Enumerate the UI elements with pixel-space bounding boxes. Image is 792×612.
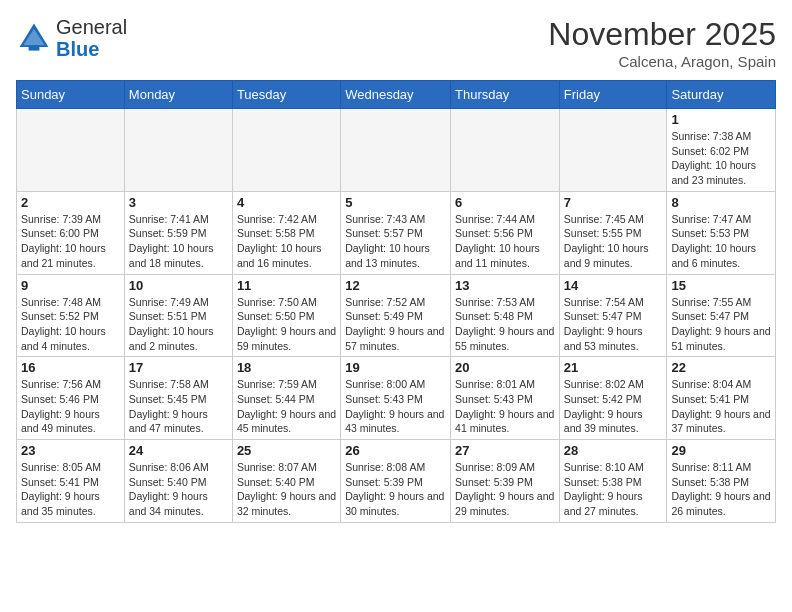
weekday-header-sunday: Sunday xyxy=(17,81,125,109)
day-number: 26 xyxy=(345,443,446,458)
location: Calcena, Aragon, Spain xyxy=(548,53,776,70)
weekday-header-monday: Monday xyxy=(124,81,232,109)
calendar-cell xyxy=(451,109,560,192)
day-info: Sunrise: 7:54 AM Sunset: 5:47 PM Dayligh… xyxy=(564,295,663,354)
day-info: Sunrise: 8:08 AM Sunset: 5:39 PM Dayligh… xyxy=(345,460,446,519)
calendar-cell: 2Sunrise: 7:39 AM Sunset: 6:00 PM Daylig… xyxy=(17,191,125,274)
day-number: 6 xyxy=(455,195,555,210)
calendar-cell: 8Sunrise: 7:47 AM Sunset: 5:53 PM Daylig… xyxy=(667,191,776,274)
day-number: 18 xyxy=(237,360,336,375)
calendar-cell: 21Sunrise: 8:02 AM Sunset: 5:42 PM Dayli… xyxy=(559,357,667,440)
day-number: 29 xyxy=(671,443,771,458)
day-info: Sunrise: 8:11 AM Sunset: 5:38 PM Dayligh… xyxy=(671,460,771,519)
day-info: Sunrise: 7:45 AM Sunset: 5:55 PM Dayligh… xyxy=(564,212,663,271)
day-number: 10 xyxy=(129,278,228,293)
day-number: 2 xyxy=(21,195,120,210)
weekday-header-saturday: Saturday xyxy=(667,81,776,109)
calendar-cell: 9Sunrise: 7:48 AM Sunset: 5:52 PM Daylig… xyxy=(17,274,125,357)
calendar-cell xyxy=(17,109,125,192)
calendar-cell: 18Sunrise: 7:59 AM Sunset: 5:44 PM Dayli… xyxy=(232,357,340,440)
calendar-cell xyxy=(559,109,667,192)
day-number: 15 xyxy=(671,278,771,293)
day-info: Sunrise: 7:58 AM Sunset: 5:45 PM Dayligh… xyxy=(129,377,228,436)
day-number: 17 xyxy=(129,360,228,375)
day-number: 24 xyxy=(129,443,228,458)
calendar-cell: 19Sunrise: 8:00 AM Sunset: 5:43 PM Dayli… xyxy=(341,357,451,440)
day-info: Sunrise: 8:04 AM Sunset: 5:41 PM Dayligh… xyxy=(671,377,771,436)
calendar-cell: 25Sunrise: 8:07 AM Sunset: 5:40 PM Dayli… xyxy=(232,440,340,523)
calendar-cell xyxy=(124,109,232,192)
day-number: 27 xyxy=(455,443,555,458)
page-header: GeneralBlue November 2025 Calcena, Arago… xyxy=(16,16,776,70)
calendar-cell: 3Sunrise: 7:41 AM Sunset: 5:59 PM Daylig… xyxy=(124,191,232,274)
weekday-header-friday: Friday xyxy=(559,81,667,109)
week-row-3: 16Sunrise: 7:56 AM Sunset: 5:46 PM Dayli… xyxy=(17,357,776,440)
weekday-header-row: SundayMondayTuesdayWednesdayThursdayFrid… xyxy=(17,81,776,109)
day-number: 28 xyxy=(564,443,663,458)
day-info: Sunrise: 8:01 AM Sunset: 5:43 PM Dayligh… xyxy=(455,377,555,436)
day-info: Sunrise: 7:43 AM Sunset: 5:57 PM Dayligh… xyxy=(345,212,446,271)
day-info: Sunrise: 7:39 AM Sunset: 6:00 PM Dayligh… xyxy=(21,212,120,271)
day-info: Sunrise: 8:02 AM Sunset: 5:42 PM Dayligh… xyxy=(564,377,663,436)
week-row-1: 2Sunrise: 7:39 AM Sunset: 6:00 PM Daylig… xyxy=(17,191,776,274)
calendar-cell xyxy=(232,109,340,192)
week-row-0: 1Sunrise: 7:38 AM Sunset: 6:02 PM Daylig… xyxy=(17,109,776,192)
calendar-cell: 22Sunrise: 8:04 AM Sunset: 5:41 PM Dayli… xyxy=(667,357,776,440)
calendar-cell: 26Sunrise: 8:08 AM Sunset: 5:39 PM Dayli… xyxy=(341,440,451,523)
day-info: Sunrise: 8:00 AM Sunset: 5:43 PM Dayligh… xyxy=(345,377,446,436)
day-info: Sunrise: 8:06 AM Sunset: 5:40 PM Dayligh… xyxy=(129,460,228,519)
day-number: 3 xyxy=(129,195,228,210)
calendar-cell: 13Sunrise: 7:53 AM Sunset: 5:48 PM Dayli… xyxy=(451,274,560,357)
calendar-cell: 6Sunrise: 7:44 AM Sunset: 5:56 PM Daylig… xyxy=(451,191,560,274)
calendar-cell: 20Sunrise: 8:01 AM Sunset: 5:43 PM Dayli… xyxy=(451,357,560,440)
day-info: Sunrise: 7:59 AM Sunset: 5:44 PM Dayligh… xyxy=(237,377,336,436)
week-row-2: 9Sunrise: 7:48 AM Sunset: 5:52 PM Daylig… xyxy=(17,274,776,357)
month-title: November 2025 xyxy=(548,16,776,53)
calendar-cell xyxy=(341,109,451,192)
calendar-cell: 5Sunrise: 7:43 AM Sunset: 5:57 PM Daylig… xyxy=(341,191,451,274)
calendar-cell: 1Sunrise: 7:38 AM Sunset: 6:02 PM Daylig… xyxy=(667,109,776,192)
day-number: 11 xyxy=(237,278,336,293)
day-info: Sunrise: 8:05 AM Sunset: 5:41 PM Dayligh… xyxy=(21,460,120,519)
logo-text: GeneralBlue xyxy=(56,16,127,60)
day-number: 25 xyxy=(237,443,336,458)
day-number: 5 xyxy=(345,195,446,210)
day-info: Sunrise: 8:07 AM Sunset: 5:40 PM Dayligh… xyxy=(237,460,336,519)
day-number: 21 xyxy=(564,360,663,375)
calendar-cell: 12Sunrise: 7:52 AM Sunset: 5:49 PM Dayli… xyxy=(341,274,451,357)
calendar-cell: 16Sunrise: 7:56 AM Sunset: 5:46 PM Dayli… xyxy=(17,357,125,440)
logo: GeneralBlue xyxy=(16,16,127,60)
day-number: 20 xyxy=(455,360,555,375)
day-info: Sunrise: 7:41 AM Sunset: 5:59 PM Dayligh… xyxy=(129,212,228,271)
calendar-cell: 7Sunrise: 7:45 AM Sunset: 5:55 PM Daylig… xyxy=(559,191,667,274)
day-info: Sunrise: 7:48 AM Sunset: 5:52 PM Dayligh… xyxy=(21,295,120,354)
calendar: SundayMondayTuesdayWednesdayThursdayFrid… xyxy=(16,80,776,523)
calendar-cell: 29Sunrise: 8:11 AM Sunset: 5:38 PM Dayli… xyxy=(667,440,776,523)
day-info: Sunrise: 7:42 AM Sunset: 5:58 PM Dayligh… xyxy=(237,212,336,271)
calendar-cell: 28Sunrise: 8:10 AM Sunset: 5:38 PM Dayli… xyxy=(559,440,667,523)
day-info: Sunrise: 7:53 AM Sunset: 5:48 PM Dayligh… xyxy=(455,295,555,354)
day-number: 19 xyxy=(345,360,446,375)
day-info: Sunrise: 7:38 AM Sunset: 6:02 PM Dayligh… xyxy=(671,129,771,188)
logo-icon xyxy=(16,20,52,56)
calendar-cell: 15Sunrise: 7:55 AM Sunset: 5:47 PM Dayli… xyxy=(667,274,776,357)
title-block: November 2025 Calcena, Aragon, Spain xyxy=(548,16,776,70)
day-number: 8 xyxy=(671,195,771,210)
day-info: Sunrise: 7:52 AM Sunset: 5:49 PM Dayligh… xyxy=(345,295,446,354)
weekday-header-tuesday: Tuesday xyxy=(232,81,340,109)
calendar-cell: 23Sunrise: 8:05 AM Sunset: 5:41 PM Dayli… xyxy=(17,440,125,523)
day-info: Sunrise: 8:10 AM Sunset: 5:38 PM Dayligh… xyxy=(564,460,663,519)
day-info: Sunrise: 7:47 AM Sunset: 5:53 PM Dayligh… xyxy=(671,212,771,271)
day-number: 12 xyxy=(345,278,446,293)
day-info: Sunrise: 8:09 AM Sunset: 5:39 PM Dayligh… xyxy=(455,460,555,519)
calendar-cell: 4Sunrise: 7:42 AM Sunset: 5:58 PM Daylig… xyxy=(232,191,340,274)
day-info: Sunrise: 7:49 AM Sunset: 5:51 PM Dayligh… xyxy=(129,295,228,354)
day-info: Sunrise: 7:56 AM Sunset: 5:46 PM Dayligh… xyxy=(21,377,120,436)
weekday-header-wednesday: Wednesday xyxy=(341,81,451,109)
day-info: Sunrise: 7:50 AM Sunset: 5:50 PM Dayligh… xyxy=(237,295,336,354)
day-number: 22 xyxy=(671,360,771,375)
day-number: 14 xyxy=(564,278,663,293)
day-number: 4 xyxy=(237,195,336,210)
day-number: 9 xyxy=(21,278,120,293)
calendar-cell: 24Sunrise: 8:06 AM Sunset: 5:40 PM Dayli… xyxy=(124,440,232,523)
